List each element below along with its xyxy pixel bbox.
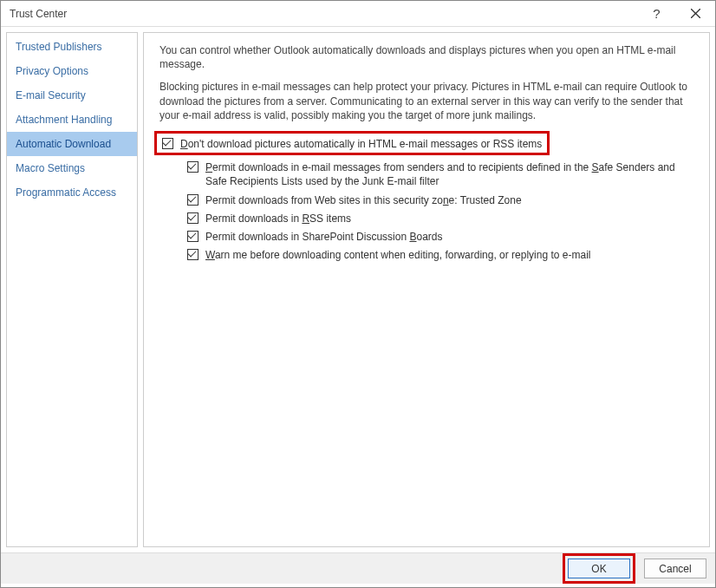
option-permit-rss-label: Permit downloads in RSS items [205,212,351,225]
intro-paragraph-2: Blocking pictures in e-mail messages can… [159,80,697,122]
option-dont-download-label: Don't download pictures automatically in… [180,137,542,151]
option-permit-trusted-zone[interactable]: Permit downloads from Web sites in this … [159,192,697,210]
client-area: Trusted Publishers Privacy Options E-mai… [1,27,715,552]
option-permit-sharepoint[interactable]: Permit downloads in SharePoint Discussio… [159,228,697,246]
sidebar-item-attachment-handling[interactable]: Attachment Handling [7,108,137,132]
close-button[interactable] [676,1,715,27]
option-permit-sharepoint-label: Permit downloads in SharePoint Discussio… [205,230,443,244]
option-dont-download[interactable]: Don't download pictures automatically in… [162,137,542,151]
cancel-button[interactable]: Cancel [644,559,706,578]
sidebar: Trusted Publishers Privacy Options E-mai… [6,32,138,547]
sidebar-item-privacy-options[interactable]: Privacy Options [7,59,137,83]
checkbox-dont-download[interactable] [162,138,173,149]
sidebar-item-email-security[interactable]: E-mail Security [7,83,137,108]
ok-button[interactable]: OK [568,559,630,578]
checkbox-permit-safe-senders[interactable] [187,161,199,173]
content-pane: You can control whether Outlook automati… [143,32,710,547]
option-warn-before-download[interactable]: Warn me before downloading content when … [159,246,697,265]
close-icon [691,9,700,18]
sidebar-item-trusted-publishers[interactable]: Trusted Publishers [7,35,137,59]
option-permit-rss[interactable]: Permit downloads in RSS items [159,210,697,228]
sidebar-item-automatic-download[interactable]: Automatic Download [7,132,137,156]
option-warn-before-download-label: Warn me before downloading content when … [205,248,590,262]
highlight-ok: OK [563,553,635,584]
checkbox-permit-trusted-zone[interactable] [187,194,199,206]
titlebar: Trust Center ? [1,1,715,27]
intro-paragraph-1: You can control whether Outlook automati… [159,43,697,71]
sidebar-item-programmatic-access[interactable]: Programmatic Access [7,180,137,205]
option-permit-safe-senders-label: Permit downloads in e-mail messages from… [205,160,697,188]
help-button[interactable]: ? [637,1,676,27]
sidebar-item-macro-settings[interactable]: Macro Settings [7,156,137,180]
checkbox-warn-before-download[interactable] [187,249,199,260]
checkbox-permit-sharepoint[interactable] [187,231,199,242]
checkbox-permit-rss[interactable] [187,212,199,224]
footer: OK Cancel [1,552,715,584]
highlight-main-option: Don't download pictures automatically in… [154,131,550,155]
window-title: Trust Center [10,8,637,20]
option-permit-trusted-zone-label: Permit downloads from Web sites in this … [205,193,522,207]
option-permit-safe-senders[interactable]: Permit downloads in e-mail messages from… [159,159,697,191]
